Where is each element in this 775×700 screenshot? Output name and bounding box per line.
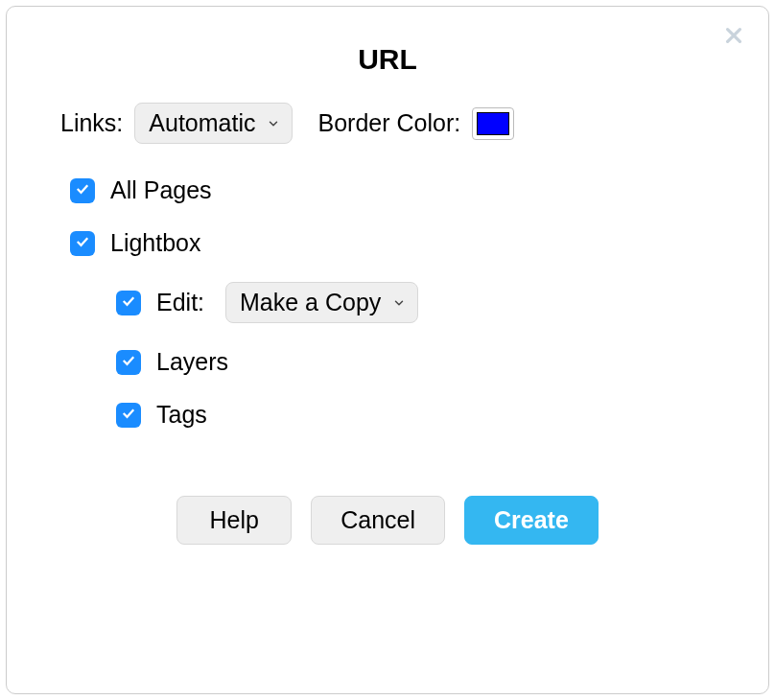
dialog-title: URL bbox=[53, 43, 722, 76]
tags-checkbox[interactable] bbox=[116, 403, 141, 428]
edit-select[interactable]: Make a Copy bbox=[225, 282, 418, 323]
border-color-swatch bbox=[477, 112, 509, 135]
tags-label: Tags bbox=[156, 401, 207, 429]
all-pages-row: All Pages bbox=[53, 176, 722, 204]
border-color-picker[interactable] bbox=[472, 107, 514, 140]
layers-checkbox[interactable] bbox=[116, 350, 141, 375]
edit-row: Edit: Make a Copy bbox=[53, 282, 722, 323]
links-label: Links: bbox=[60, 109, 123, 137]
chevron-down-icon bbox=[267, 117, 280, 130]
tags-row: Tags bbox=[53, 401, 722, 429]
check-icon bbox=[120, 352, 137, 373]
edit-label: Edit: bbox=[156, 289, 204, 316]
help-button[interactable]: Help bbox=[176, 496, 292, 545]
layers-label: Layers bbox=[156, 348, 228, 376]
layers-row: Layers bbox=[53, 348, 722, 376]
lightbox-row: Lightbox bbox=[53, 229, 722, 257]
links-select[interactable]: Automatic bbox=[134, 103, 293, 144]
close-icon bbox=[723, 25, 744, 50]
check-icon bbox=[74, 233, 91, 254]
check-icon bbox=[120, 292, 137, 314]
links-select-value: Automatic bbox=[149, 109, 255, 137]
edit-checkbox[interactable] bbox=[116, 291, 141, 315]
check-icon bbox=[120, 405, 137, 426]
check-icon bbox=[74, 180, 91, 201]
create-button[interactable]: Create bbox=[464, 496, 599, 545]
all-pages-checkbox[interactable] bbox=[70, 178, 95, 203]
top-options-row: Links: Automatic Border Color: bbox=[53, 103, 722, 144]
lightbox-checkbox[interactable] bbox=[70, 231, 95, 256]
cancel-button[interactable]: Cancel bbox=[311, 496, 445, 545]
all-pages-label: All Pages bbox=[110, 176, 212, 204]
close-button[interactable] bbox=[720, 24, 747, 51]
border-color-label: Border Color: bbox=[317, 109, 460, 137]
chevron-down-icon bbox=[392, 296, 406, 310]
lightbox-label: Lightbox bbox=[110, 229, 201, 257]
url-export-dialog: URL Links: Automatic Border Color: All P… bbox=[6, 6, 769, 694]
dialog-footer: Help Cancel Create bbox=[53, 496, 722, 545]
edit-select-value: Make a Copy bbox=[240, 289, 381, 316]
